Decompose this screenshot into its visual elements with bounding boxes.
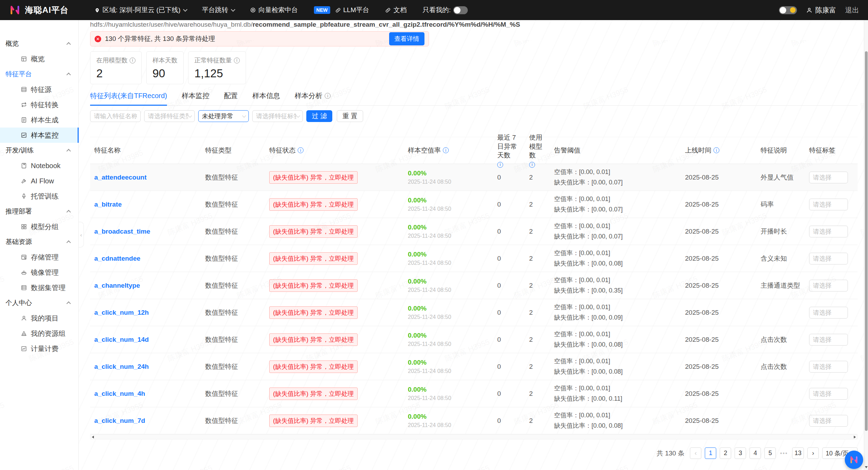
sidebar-item-feature-transform[interactable]: 特征转换 [0,97,78,112]
region-selector[interactable]: 区域: 深圳-阿里云 (已下线) [94,6,186,15]
sidebar-item-my-resource-groups[interactable]: 我的资源组 [0,326,78,341]
docs-link[interactable]: 文档 [385,6,406,15]
feature-tag-select[interactable]: 请选择 [809,253,848,264]
vertical-scrollbar-thumb[interactable] [865,51,868,431]
sidebar-collapse-handle[interactable]: ‹ [79,222,84,247]
sidebar-item-sample-monitoring[interactable]: 样本监控 [0,128,78,143]
tab-sample-monitoring[interactable]: 样本监控 [182,91,209,105]
page-button-3[interactable]: 3 [735,447,746,459]
sidebar-item-feature-source[interactable]: 特征源 [0,82,78,97]
feature-tag-select[interactable]: 请选择 [809,415,848,427]
feature-name-input[interactable] [90,110,141,122]
only-mine-toggle[interactable] [453,6,468,14]
sample-monitoring-icon [21,132,27,138]
prev-page-button[interactable]: ‹ [690,447,701,459]
page-button-last[interactable]: 13 [792,447,804,459]
threshold-null-rate: 空值率：[0.00, 0.01] [554,410,676,421]
info-icon[interactable]: i [130,58,135,63]
info-icon[interactable]: i [497,162,503,168]
next-page-button[interactable]: › [807,447,819,459]
feature-description: 主播通道类型 [756,281,805,290]
feature-name-link[interactable]: a_click_num_7d [94,417,145,424]
sidebar-item-my-projects[interactable]: 我的项目 [0,311,78,326]
theme-toggle[interactable] [779,6,797,14]
assistant-fab-button[interactable] [845,451,863,469]
sidebar-item-hosted-training[interactable]: 托管训练 [0,189,78,204]
feature-name-link[interactable]: a_click_num_4h [94,390,145,397]
page-button-1[interactable]: 1 [705,447,716,459]
sidebar-item-notebook[interactable]: Notebook [0,158,78,173]
page-button-4[interactable]: 4 [749,447,761,459]
sidebar-group-feature-platform[interactable]: 特征平台 [0,67,78,82]
feature-name-link[interactable]: a_bitrate [94,201,122,208]
sidebar-item-ai-flow[interactable]: AI Flow [0,173,78,189]
vertical-scrollbar[interactable] [864,20,868,470]
feature-tag-select[interactable]: 请选择 [809,280,848,291]
page-button-2[interactable]: 2 [720,447,731,459]
vector-search-link[interactable]: 向量检索中台 [250,6,298,15]
sidebar-group-overview[interactable]: 概览 [0,36,78,51]
feature-tag-select[interactable]: 请选择 [809,199,848,210]
sidebar-group-inference[interactable]: 推理部署 [0,204,78,219]
feature-tag-select[interactable]: 请选择 [809,307,848,319]
feature-name-link[interactable]: a_cdnattendee [94,255,140,262]
view-details-button[interactable]: 查看详情 [389,32,424,45]
tab-sample-info[interactable]: 样本信息 [252,91,280,105]
sidebar-group-personal[interactable]: 个人中心 [0,295,78,311]
tab-config[interactable]: 配置 [224,91,238,105]
feature-tag-select[interactable]: 请选择 [809,226,848,237]
region-label: 区域: 深圳-阿里云 (已下线) [103,6,181,15]
pagination-ellipsis[interactable]: ••• [779,450,789,456]
brand[interactable]: 海聪AI平台 [9,4,69,16]
notebook-icon [21,163,27,169]
feature-tag-select[interactable]: 请选择 [809,388,848,400]
scroll-down-arrow-icon[interactable] [865,466,868,468]
feature-name-link[interactable]: a_click_num_14d [94,336,149,343]
feature-tag-select[interactable]: 请选择 [809,172,848,183]
sidebar-item-overview[interactable]: 概览 [0,51,78,67]
sidebar-item-sample-generation[interactable]: 样本生成 [0,112,78,128]
sidebar-item-storage[interactable]: 存储管理 [0,250,78,265]
threshold-null-rate: 空值率：[0.00, 0.01] [554,194,676,204]
horizontal-scrollbar[interactable] [90,434,858,439]
tab-feature-list[interactable]: 特征列表(来自TFRecord) [90,91,167,105]
filter-button[interactable]: 过 滤 [306,110,332,122]
reset-button[interactable]: 重 置 [337,110,363,122]
caret-up-icon [67,149,71,153]
info-icon[interactable]: i [234,58,240,63]
feature-tag-select[interactable]: 请选择 [809,361,848,373]
grid-icon [21,224,27,230]
feature-name-link[interactable]: a_click_num_24h [94,363,149,370]
platform-jump-menu[interactable]: 平台跳转 [202,6,234,15]
scroll-left-arrow-icon[interactable] [92,436,94,438]
model-count-value: 2 [525,336,550,343]
feature-name-link[interactable]: a_click_num_12h [94,309,149,316]
sidebar-item-datasets[interactable]: 数据集管理 [0,280,78,295]
feature-type-select[interactable]: 请选择特征类型 [144,110,195,122]
status-select[interactable]: 未处理异常 [198,110,249,122]
feature-tag-select[interactable]: 请选择 [809,334,848,346]
feature-name-link[interactable]: a_attendeecount [94,174,147,181]
info-icon[interactable]: i [529,162,535,168]
llm-platform-link[interactable]: NEW LLM平台 [314,6,369,15]
feature-table: 特征名称 特征类型 特征状态i 样本空值率i 最近 7 日异常天数i 使用模型数… [90,137,858,439]
info-icon[interactable]: i [713,147,719,153]
feature-tag-filter-select[interactable]: 请选择特征标签 [252,110,303,122]
tab-sample-analysis[interactable]: 样本分析i [295,91,331,105]
null-rate-timestamp: 2025-11-24 08:50 [408,287,488,293]
info-icon[interactable]: i [443,147,449,153]
sidebar-item-model-groups[interactable]: 模型分组 [0,219,78,234]
sidebar-item-metering[interactable]: 计量计费 [0,341,78,356]
null-rate-timestamp: 2025-11-24 08:50 [408,314,488,320]
scroll-right-arrow-icon[interactable] [854,436,856,438]
page-button-5[interactable]: 5 [764,447,776,459]
vector-search-label: 向量检索中台 [258,6,298,15]
feature-name-link[interactable]: a_broadcast_time [94,228,150,235]
info-icon[interactable]: i [298,147,304,153]
sidebar-group-resources[interactable]: 基础资源 [0,234,78,250]
logout-button[interactable]: 退出 [845,6,859,15]
sidebar-group-dev-training[interactable]: 开发/训练 [0,143,78,158]
user-menu[interactable]: 陈康富 [806,6,836,15]
feature-name-link[interactable]: a_channeltype [94,282,140,289]
sidebar-item-images[interactable]: 镜像管理 [0,265,78,280]
